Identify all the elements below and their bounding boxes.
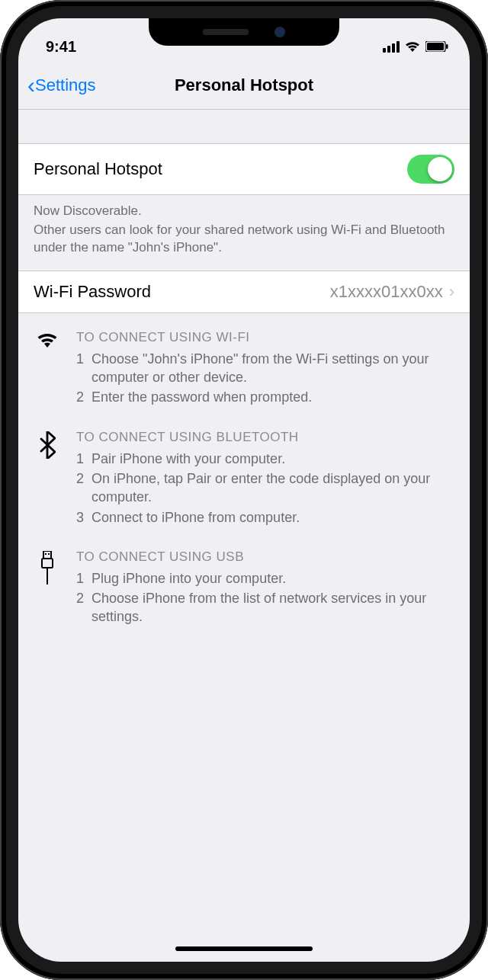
cellular-signal-icon — [383, 41, 400, 53]
svg-rect-5 — [48, 553, 50, 555]
bt-step-2: 2On iPhone, tap Pair or enter the code d… — [76, 469, 454, 507]
back-button[interactable]: ‹ Settings — [23, 74, 101, 97]
discoverable-line2: Other users can look for your shared net… — [34, 222, 454, 257]
usb-step-2: 2Choose iPhone from the list of network … — [76, 589, 454, 626]
wifi-icon — [34, 330, 61, 408]
bluetooth-icon — [34, 430, 61, 528]
toggle-knob — [428, 157, 452, 181]
svg-rect-3 — [43, 551, 51, 559]
svg-rect-2 — [446, 44, 448, 49]
home-indicator[interactable] — [175, 946, 313, 951]
wifi-password-label: Wi-Fi Password — [34, 282, 151, 302]
svg-rect-4 — [45, 553, 47, 555]
bt-step-3: 3Connect to iPhone from computer. — [76, 508, 454, 527]
connect-bluetooth-section: TO CONNECT USING BLUETOOTH 1Pair iPhone … — [18, 413, 470, 533]
status-time: 9:41 — [46, 38, 76, 56]
bt-step-1: 1Pair iPhone with your computer. — [76, 450, 454, 468]
connect-wifi-section: TO CONNECT USING WI-FI 1Choose "John's i… — [18, 313, 470, 413]
hotspot-toggle-label: Personal Hotspot — [34, 159, 162, 179]
discoverable-line1: Now Discoverable. — [34, 203, 454, 220]
wifi-step-2: 2Enter the password when prompted. — [76, 388, 454, 406]
wifi-step-1: 1Choose "John's iPhone" from the Wi-Fi s… — [76, 350, 454, 387]
device-frame: 9:41 ‹ Settings Personal Hotspot Persona… — [0, 0, 488, 980]
usb-step-1: 1Plug iPhone into your computer. — [76, 569, 454, 588]
page-title: Personal Hotspot — [175, 75, 313, 95]
connect-bluetooth-header: TO CONNECT USING BLUETOOTH — [76, 430, 454, 445]
back-label: Settings — [35, 75, 96, 95]
screen: 9:41 ‹ Settings Personal Hotspot Persona… — [18, 18, 470, 962]
usb-icon — [34, 549, 61, 628]
hotspot-toggle-switch[interactable] — [407, 155, 454, 184]
nav-bar: ‹ Settings Personal Hotspot — [18, 61, 470, 110]
battery-icon — [425, 41, 448, 52]
wifi-password-row[interactable]: Wi-Fi Password x1xxxx01xx0xx › — [18, 271, 470, 313]
notch — [149, 18, 339, 46]
svg-rect-6 — [42, 559, 53, 568]
hotspot-toggle-row[interactable]: Personal Hotspot — [18, 143, 470, 195]
svg-rect-1 — [427, 43, 444, 50]
section-spacer — [18, 110, 470, 143]
chevron-left-icon: ‹ — [27, 74, 35, 97]
discoverable-note: Now Discoverable. Other users can look f… — [18, 195, 470, 271]
connect-wifi-header: TO CONNECT USING WI-FI — [76, 330, 454, 345]
connect-usb-header: TO CONNECT USING USB — [76, 549, 454, 565]
chevron-right-icon: › — [449, 282, 454, 302]
wifi-password-value: x1xxxx01xx0xx — [330, 282, 443, 302]
connect-usb-section: TO CONNECT USING USB 1Plug iPhone into y… — [18, 533, 470, 633]
wifi-status-icon — [404, 40, 421, 53]
